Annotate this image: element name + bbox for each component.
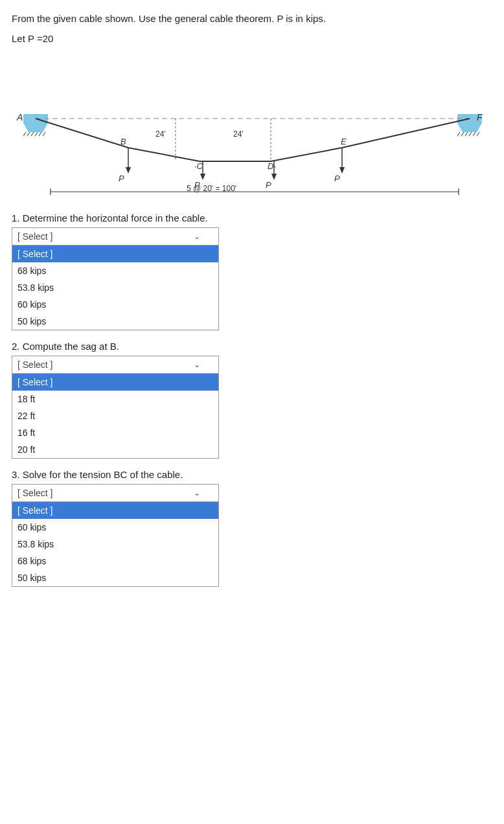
q3-option-2[interactable]: 53.8 kips: [12, 536, 218, 553]
svg-line-11: [461, 132, 464, 136]
svg-line-6: [39, 132, 41, 136]
svg-text:B: B: [120, 137, 126, 146]
q1-option-1[interactable]: 68 kips: [12, 262, 218, 279]
cable-diagram: A F B ·C D· E 24' 24' P P P P: [12, 56, 491, 198]
question-1-select-display[interactable]: [ Select ] ⌄: [12, 227, 219, 246]
svg-marker-28: [126, 167, 131, 174]
question-2-selected-value: [ Select ]: [17, 360, 52, 370]
question-2-dropdown: [ Select ] 18 ft 22 ft 16 ft 20 ft: [12, 374, 219, 459]
q2-option-2[interactable]: 22 ft: [12, 407, 218, 424]
svg-text:24': 24': [233, 130, 244, 139]
svg-marker-31: [200, 174, 205, 180]
svg-line-14: [473, 132, 475, 136]
svg-text:E: E: [341, 137, 347, 146]
svg-line-10: [457, 132, 460, 136]
svg-line-3: [27, 132, 30, 136]
svg-line-4: [31, 132, 34, 136]
question-2-select-wrapper[interactable]: [ Select ] ⌄: [12, 356, 219, 374]
svg-text:F: F: [477, 112, 483, 122]
svg-text:·C: ·C: [194, 161, 203, 171]
svg-text:D·: D·: [268, 161, 276, 171]
svg-marker-37: [339, 167, 345, 174]
svg-line-2: [23, 132, 26, 136]
question-1-select-wrapper[interactable]: [ Select ] ⌄: [12, 227, 219, 246]
question-1-chevron-icon: ⌄: [194, 232, 200, 241]
q2-option-0[interactable]: [ Select ]: [12, 374, 218, 391]
svg-text:P: P: [334, 174, 340, 183]
q1-option-3[interactable]: 60 kips: [12, 296, 218, 313]
svg-line-5: [35, 132, 38, 136]
let-p-statement: Let P =20: [12, 33, 492, 44]
question-1-block: 1. Determine the horizontal force in the…: [12, 212, 492, 330]
q2-option-1[interactable]: 18 ft: [12, 391, 218, 407]
question-3-dropdown: [ Select ] 60 kips 53.8 kips 68 kips 50 …: [12, 502, 219, 587]
svg-line-7: [43, 132, 45, 136]
question-3-chevron-icon: ⌄: [194, 488, 200, 498]
svg-marker-1: [23, 123, 48, 132]
svg-line-15: [477, 132, 479, 136]
q2-option-4[interactable]: 20 ft: [12, 441, 218, 458]
svg-text:P: P: [119, 174, 124, 183]
question-3-block: 3. Solve for the tension BC of the cable…: [12, 469, 492, 587]
q1-option-4[interactable]: 50 kips: [12, 313, 218, 330]
question-2-select-display[interactable]: [ Select ] ⌄: [12, 356, 219, 374]
svg-text:24': 24': [155, 130, 166, 139]
svg-text:5 @ 20' = 100': 5 @ 20' = 100': [187, 184, 236, 193]
q1-option-2[interactable]: 53.8 kips: [12, 279, 218, 296]
svg-text:P: P: [266, 180, 271, 190]
svg-text:A: A: [16, 112, 23, 122]
question-2-block: 2. Compute the sag at B. [ Select ] ⌄ [ …: [12, 341, 492, 459]
question-2-chevron-icon: ⌄: [194, 360, 200, 369]
q3-option-0[interactable]: [ Select ]: [12, 502, 218, 519]
question-1-label: 1. Determine the horizontal force in the…: [12, 212, 492, 223]
question-2-label: 2. Compute the sag at B.: [12, 341, 492, 352]
q3-option-3[interactable]: 68 kips: [12, 553, 218, 569]
svg-line-13: [469, 132, 472, 136]
question-3-label: 3. Solve for the tension BC of the cable…: [12, 469, 492, 480]
question-3-selected-value: [ Select ]: [17, 488, 52, 498]
question-1-dropdown: [ Select ] 68 kips 53.8 kips 60 kips 50 …: [12, 246, 219, 330]
q1-option-0[interactable]: [ Select ]: [12, 246, 218, 262]
q3-option-4[interactable]: 50 kips: [12, 569, 218, 586]
question-3-select-display[interactable]: [ Select ] ⌄: [12, 484, 219, 502]
question-1-selected-value: [ Select ]: [17, 231, 52, 242]
problem-intro: From the given cable shown. Use the gene…: [12, 12, 492, 27]
q3-option-1[interactable]: 60 kips: [12, 519, 218, 536]
q2-option-3[interactable]: 16 ft: [12, 424, 218, 441]
svg-marker-34: [271, 174, 277, 180]
question-3-select-wrapper[interactable]: [ Select ] ⌄: [12, 484, 219, 502]
svg-line-12: [465, 132, 468, 136]
svg-marker-9: [457, 123, 482, 132]
